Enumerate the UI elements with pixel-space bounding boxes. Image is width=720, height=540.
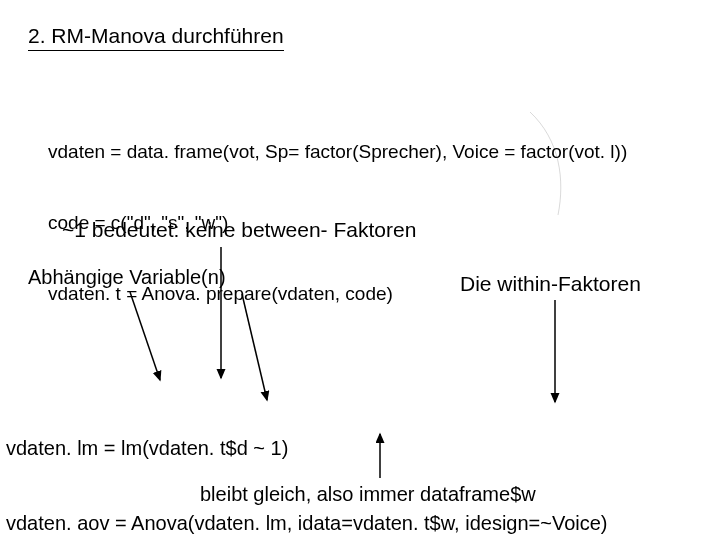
slide: 2. RM-Manova durchführen vdaten = data. … [0,0,720,540]
section-title: 2. RM-Manova durchführen [28,24,284,51]
code-block-2: vdaten. lm = lm(vdaten. t$d ~ 1) vdaten.… [6,386,608,540]
code-line: vdaten. lm = lm(vdaten. t$d ~ 1) [6,436,608,461]
annotation-dependent-var: Abhängige Variable(n) [28,266,226,289]
code-line: vdaten = data. frame(vot, Sp= factor(Spr… [48,140,627,164]
annotation-within-factors: Die within-Faktoren [460,272,641,296]
annotation-tilde-one: ~1 bedeutet: keine between- Faktoren [62,218,416,242]
code-line: vdaten. aov = Anova(vdaten. lm, idata=vd… [6,511,608,536]
annotation-dataframe-w: bleibt gleich, also immer dataframe$w [200,483,536,506]
